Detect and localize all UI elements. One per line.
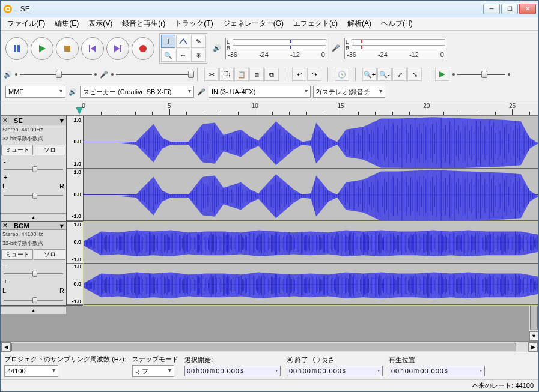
meter-l-label: L (346, 39, 352, 45)
track: ✕_BGM▼Stereo, 44100Hz32-bit浮動小数点ミュートソロ- … (1, 222, 538, 306)
scale-label: 1.0 (73, 169, 81, 175)
fit-selection-button[interactable]: ⤢ (392, 68, 407, 81)
record-meter[interactable]: L R -36 -24 -12 0 (344, 38, 446, 59)
sync-lock-button[interactable]: 🕓 (335, 68, 349, 81)
zoom-tool[interactable]: 🔍 (161, 49, 175, 62)
pan-slider[interactable] (1, 190, 66, 202)
track-depth-label: 32-bit浮動小数点 (1, 239, 66, 248)
input-channels-combo[interactable]: 2(ステレオ)録音チ (313, 86, 385, 98)
track-close-button[interactable]: ✕ (1, 222, 9, 229)
ruler-label: 20 (423, 103, 430, 109)
minimize-button[interactable]: ─ (483, 4, 500, 14)
selection-tool[interactable]: I (161, 35, 175, 48)
selection-start-time[interactable]: 00h 00m 00.000s (184, 366, 281, 376)
menu-edit[interactable]: 編集(E) (50, 17, 83, 31)
app-icon (3, 4, 13, 14)
scale-label: -1.0 (72, 161, 81, 167)
ruler-label: 15 (338, 103, 344, 109)
title-bar: _SE ─ ☐ ✕ (1, 1, 538, 17)
menu-bar: ファイル(F) 編集(E) 表示(V) 録音と再生(r) トラック(T) ジェネ… (1, 17, 538, 31)
draw-tool[interactable]: ✎ (191, 35, 206, 48)
skip-start-button[interactable] (81, 37, 104, 60)
maximize-button[interactable]: ☐ (501, 4, 518, 14)
track-close-button[interactable]: ✕ (1, 116, 9, 124)
playback-volume-slider[interactable]: 🔊 (3, 70, 97, 79)
redo-button[interactable]: ↷ (307, 68, 321, 81)
svg-marker-12 (439, 71, 445, 77)
mute-button[interactable]: ミュート (1, 249, 33, 260)
tracks-area: ▲ ▼ ✕_SE▼Stereo, 44100Hz32-bit浮動小数点ミュートソ… (1, 116, 538, 341)
solo-button[interactable]: ソロ (34, 249, 65, 260)
menu-view[interactable]: 表示(V) (84, 17, 117, 31)
paste-button[interactable]: 📋 (234, 68, 249, 81)
mute-button[interactable]: ミュート (1, 145, 33, 155)
skip-end-button[interactable] (106, 37, 129, 60)
close-button[interactable]: ✕ (519, 4, 536, 14)
track-menu-button[interactable]: ▼ (58, 222, 66, 229)
fit-project-button[interactable]: ⤡ (407, 68, 422, 81)
gain-slider[interactable]: - + (1, 261, 66, 287)
timeline-ruler[interactable]: 0510152025 (1, 101, 538, 116)
meter-r-label: R (346, 45, 352, 51)
input-device-combo[interactable]: IN (3- UA-4FX) (209, 86, 311, 98)
record-button[interactable] (132, 37, 154, 60)
menu-transport[interactable]: 録音と再生(r) (118, 17, 169, 31)
menu-file[interactable]: ファイル(F) (3, 17, 49, 31)
playback-meter[interactable]: L R -36 -24 -12 0 (225, 38, 327, 59)
gain-slider[interactable]: - + (1, 156, 66, 182)
menu-help[interactable]: ヘルプ(H) (377, 17, 417, 31)
end-radio[interactable]: 終了 (287, 355, 308, 364)
scale-label: 0.0 (73, 239, 81, 245)
audio-host-combo[interactable]: MME (5, 86, 65, 98)
svg-point-11 (139, 45, 147, 52)
device-toolbar: MME 🔊 スピーカー (Creative SB X-Fi) 🎤 IN (3- … (3, 84, 536, 100)
play-speed-slider[interactable] (450, 68, 513, 81)
stop-button[interactable] (56, 37, 79, 60)
waveform-area[interactable] (84, 116, 538, 221)
silence-button[interactable]: ⧉ (264, 68, 279, 81)
play-at-speed-button[interactable] (435, 68, 449, 81)
scale-label: 0.0 (73, 139, 81, 145)
svg-marker-10 (114, 45, 120, 52)
snap-value: オフ (135, 367, 148, 376)
status-bar: 本来のレート: 44100 (1, 379, 538, 391)
microphone-icon[interactable]: 🎤 (331, 44, 341, 53)
cut-button[interactable]: ✂ (204, 68, 219, 81)
speaker-icon[interactable]: 🔊 (212, 44, 222, 53)
menu-effect[interactable]: エフェクト(c) (289, 17, 342, 31)
zoom-in-button[interactable]: 🔍+ (362, 68, 377, 81)
menu-tracks[interactable]: トラック(T) (171, 17, 217, 31)
envelope-tool[interactable] (176, 35, 190, 48)
menu-analyze[interactable]: 解析(A) (343, 17, 376, 31)
snap-combo[interactable]: オフ (132, 365, 174, 377)
undo-button[interactable]: ↶ (292, 68, 306, 81)
project-rate-combo[interactable]: 44100 (4, 365, 58, 377)
svg-rect-9 (120, 45, 121, 52)
length-radio[interactable]: 長さ (313, 355, 335, 364)
collapse-button[interactable]: ▲ (1, 306, 66, 314)
pan-l-label: L (2, 182, 6, 190)
selection-end-time[interactable]: 00h 00m 00.000s (287, 366, 383, 376)
multi-tool[interactable]: ✳ (191, 49, 206, 62)
svg-rect-7 (89, 45, 90, 52)
pause-button[interactable] (5, 37, 28, 60)
volume-icon: 🔊 (3, 70, 13, 79)
output-device-value: スピーカー (Creative SB X-Fi) (83, 88, 171, 97)
track-menu-button[interactable]: ▼ (58, 117, 66, 124)
play-button[interactable] (31, 37, 53, 60)
zoom-out-button[interactable]: 🔍- (377, 68, 392, 81)
copy-button[interactable]: ⿻ (219, 68, 234, 81)
trim-button[interactable]: ⧈ (249, 68, 264, 81)
output-device-combo[interactable]: スピーカー (Creative SB X-Fi) (80, 86, 194, 98)
waveform-area[interactable] (84, 222, 538, 305)
solo-button[interactable]: ソロ (34, 145, 65, 155)
horizontal-scrollbar[interactable]: ◀ ▶ (1, 341, 538, 352)
menu-generate[interactable]: ジェネレーター(G) (219, 17, 288, 31)
microphone-icon: 🎤 (196, 87, 206, 97)
collapse-button[interactable]: ▲ (1, 213, 66, 221)
ruler-label: 25 (509, 103, 516, 109)
pan-slider[interactable] (1, 294, 66, 306)
record-volume-slider[interactable]: 🎤 (99, 70, 193, 79)
playback-position-time[interactable]: 00h 00m 00.000s (389, 366, 485, 376)
timeshift-tool[interactable]: ↔ (176, 49, 190, 62)
